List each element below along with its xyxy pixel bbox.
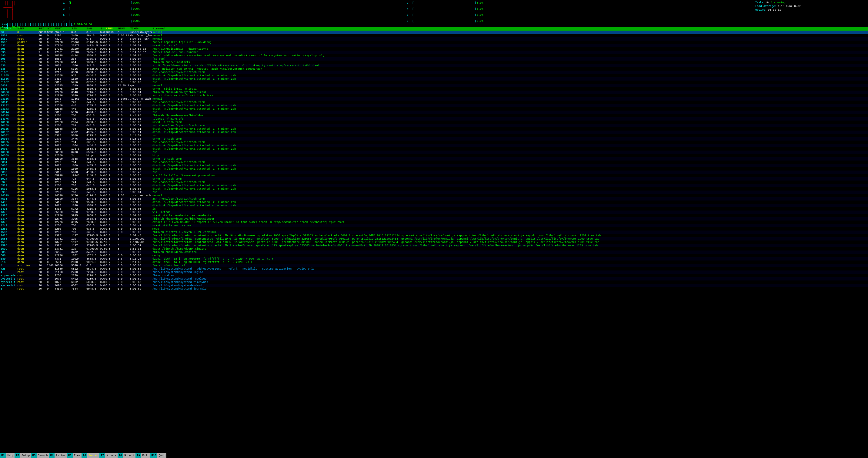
table-row[interactable]: 10169 deen 20 0 1200 764 648.5 0.0 0.0 0… <box>0 124 868 127</box>
table-row[interactable]: 595 deen 20 0 3855 264 1365.5 0.0 0.0 0.… <box>0 57 868 61</box>
table-row[interactable]: 6402 deen 20 0 12575 1349 4850.5 0.0 0.3… <box>0 84 868 87</box>
table-row[interactable]: 1376 deen 20 0 12776 3995 2668.5 0.0 0.0… <box>0 214 868 217</box>
table-row[interactable]: 10165 deen 20 0 12388 704 3285.5 0.0 0.0… <box>0 127 868 131</box>
table-row[interactable]: 515 deen 20 0 12780 664 1380.5 0.0 0.0 0… <box>0 61 868 64</box>
table-row[interactable]: 1599 deen 20 0 13731 1197 97200.5 0.4 0.… <box>0 247 868 251</box>
table-row[interactable]: 10065 deen 20 0 1200 704 636.5 0.0 0.0 0… <box>0 140 868 144</box>
table-row[interactable]: 23143 deen 20 0 12388 440 3285.5 0.0 0.0… <box>0 107 868 110</box>
table-row[interactable]: 10167 deen 20 0 1016 6832 4935.5 0.0 0.0… <box>0 131 868 134</box>
table-row[interactable]: 5530 deen 20 0 14436 6216 1008.5 0.0 0.0… <box>0 187 868 191</box>
table-row[interactable]: 1590 deen 20 0 13731 1197 97200.5 0.7 0.… <box>0 240 868 244</box>
col-shr[interactable]: SHR <box>87 27 101 30</box>
table-row[interactable]: 10066 deen 20 0 2416 1564 1444.5 0.0 0.0… <box>0 144 868 147</box>
table-row[interactable]: 1249 deen 20 0 1200 700 636.5 0.0 0.0 0.… <box>0 224 868 227</box>
table-row[interactable]: 14375 deen 20 0 1200 700 636.5 0.0 0.0 0… <box>0 114 868 117</box>
table-row[interactable]: 680 deen 20 0 4371 10924 3688.5 0.0 0.0 … <box>0 257 868 261</box>
table-row[interactable]: 10069 deen 20 0 12880 24 htop 0.0 0.0 0.… <box>0 154 868 157</box>
f8-nice-plus[interactable]: F8 Nice + <box>118 453 135 458</box>
table-row[interactable]: 1377 deen 20 0 12776 3995 2668.5 0.0 0.0… <box>0 217 868 221</box>
f10-quit[interactable]: F10 Quit <box>150 453 166 458</box>
table-row[interactable]: 5529 deen 20 0 1200 720 644.5 0.0 0.0 0.… <box>0 184 868 187</box>
col-cmd[interactable]: Command <box>153 27 867 30</box>
table-row[interactable]: 4 root 20 0 21108 2700 2228.5 0.0 0.0 0.… <box>0 270 868 274</box>
table-row[interactable]: 23142 deen 20 0 12388 440 3285.5 0.0 0.0… <box>0 104 868 107</box>
col-pri[interactable]: PRI <box>39 27 48 30</box>
f3-search[interactable]: F3 Search <box>31 453 49 458</box>
table-row[interactable]: 31631 deen 20 0 1210 3320 3888.5 0.0 0.0… <box>0 71 868 74</box>
table-row[interactable]: 4533 deen 20 0 12320 3344 3344.5 0.0 0.0… <box>0 197 868 200</box>
col-virt[interactable]: VIRT <box>55 27 72 30</box>
col-pid[interactable]: PID <box>1 27 18 30</box>
table-row[interactable]: 5 root 20 0 44324 7544 5048.5 0.0 0.0 0.… <box>0 287 868 291</box>
table-row[interactable]: 8882 deen 20 0 8316 5608 4100.5 0.0 0.0 … <box>0 170 868 174</box>
table-row[interactable]: 8884 deen 20 0 1200 764 644.5 0.0 0.0 0.… <box>0 161 868 164</box>
table-row[interactable]: systemd-t root 20 0 1070 6062 5008.5 0.0… <box>0 284 868 287</box>
table-row[interactable]: 14376 deen 20 0 1200 700 636.5 0.0 0.0 0… <box>0 117 868 121</box>
table-row[interactable]: 1598 deen 20 0 13731 1197 97200.5 0.4 0.… <box>0 244 868 247</box>
table-row[interactable]: 1494 deen 20 0 2416 1628 1508.5 0.0 0.0 … <box>0 204 868 207</box>
table-row[interactable]: 8881 deen 20 0 2416 1600 1485.5 0.0 0.0 … <box>0 167 868 170</box>
f1-help[interactable]: F1 Help <box>0 453 14 458</box>
table-row[interactable]: 595 deen 20 0 18828 4494 3560.5 0.0 0.0 … <box>0 54 868 57</box>
table-row[interactable]: 537 deen 20 0 77764 25272 14124.5 0.0 0.… <box>0 44 868 47</box>
table-row[interactable]: 6403 deen 20 0 12575 1349 4850.5 0.0 0.0… <box>0 87 868 91</box>
table-row[interactable]: 31637 deen 20 0 8316 5756 3792.5 0.0 0.0… <box>0 80 868 84</box>
f4-filter[interactable]: F4 Filter <box>49 453 67 458</box>
table-row[interactable]: 31635 deen 20 0 12388 915 6444.5 0.0 0.0… <box>0 74 868 77</box>
table-row[interactable]: 20 0 38568 8996 6540.3 0.0 0.0 0.0 10:50… <box>0 31 868 34</box>
table-row[interactable]: 14529 deen 20 0 14590 5176 6176.5 0.0 0.… <box>0 194 868 197</box>
table-row[interactable]: 686 deen 20 0 12776 1762 1752.5 0.0 0.0 … <box>0 254 868 257</box>
table-row[interactable]: 4 ainidina 20 2440 10686 5348.5 0.0 0.0 … <box>0 264 868 267</box>
table-row[interactable]: 1589 root 20 0 7329 6456 0.0 0.0 0.0 0.0… <box>0 37 868 41</box>
table-row[interactable]: 1375 deen 20 0 85000 7060 1768.5 0.0 0.0… <box>0 210 868 214</box>
table-row[interactable]: 23144 deen 20 0 8316 5176 4323.5 0.0 0.0… <box>0 110 868 114</box>
table-row[interactable]: systemd-t root 20 0 1070 6062 5008.5 0.0… <box>0 281 868 284</box>
process-list[interactable]: 20 0 38568 8996 6540.3 0.0 0.0 0.0 10:50… <box>0 31 868 449</box>
table-row[interactable]: 20083 deen 20 0 12776 3840 2716.5 0.0 0.… <box>0 91 868 94</box>
table-row[interactable]: expanded-r root 20 0 2200 2720 2220.5 0.… <box>0 274 868 277</box>
table-row[interactable]: 10064 deen 20 0 9370 3476 2188.5 0.0 0.0… <box>0 137 868 140</box>
table-row[interactable]: 23141 deen 20 0 1200 720 644.5 0.0 0.0 0… <box>0 101 868 104</box>
table-row[interactable]: 10032 deen 20 0 8316 5888 4215.5 0.0 0.0… <box>0 134 868 137</box>
col-res[interactable]: RES <box>72 27 87 30</box>
table-row[interactable]: 10068 deen 20 0 20500 8700 5536.5 0.0 0.… <box>0 151 868 154</box>
table-row[interactable]: 5924 deen 20 0 1200 724 644.5 0.0 0.0 0.… <box>0 177 868 181</box>
f9-kill[interactable]: F9 Kill <box>135 453 150 458</box>
table-row[interactable]: 5928 deen 20 0 1200 724 644.5 0.0 0.0 0.… <box>0 181 868 184</box>
table-row[interactable]: 538 deen 20 0 1.81 5316 34328.5 0.0 0.0 … <box>0 67 868 71</box>
col-time[interactable]: TIME+ <box>130 27 153 30</box>
table-row[interactable]: 538 deen 20 0 1804 1076 940.5 0.0 0.0 0.… <box>0 64 868 67</box>
table-row[interactable]: 31636 deen 20 0 2416 1520 1484.5 0.0 0.0… <box>0 77 868 80</box>
f7-nice-minus[interactable]: F7 Nice - <box>99 453 117 458</box>
table-row[interactable]: 10067 deen 20 0 2316 17576 1508.5 0.0 0.… <box>0 147 868 151</box>
table-row[interactable]: 9423 deen 20 0 13731 1197 97200.5 0.4 0.… <box>0 234 868 237</box>
table-row[interactable]: 23136 deen 20 0 1876 17360 8196.5 0.0 0.… <box>0 97 868 101</box>
table-row[interactable]: 1493 deen 20 0 2416 1628 1508.5 0.0 0.0 … <box>0 200 868 204</box>
table-row[interactable]: 9737 deen 20 0 85928 19948 3148.5 0.0 0.… <box>0 174 868 177</box>
col-mem[interactable]: MEM% <box>118 27 130 30</box>
table-row[interactable]: systemd-t root 20 0 1076 6492 5200.5 0.0… <box>0 277 868 281</box>
f2-setup[interactable]: F2 Setup <box>14 453 31 458</box>
table-row[interactable]: 1587 deen 20 0 1200 700 636.5 0.0 0.0 0.… <box>0 230 868 234</box>
col-user[interactable]: USER <box>18 27 39 30</box>
table-row[interactable]: 1378 deen 20 0 12776 3995 2668.5 0.0 0.0… <box>0 221 868 224</box>
col-s[interactable]: S <box>101 27 106 30</box>
table-row[interactable]: 595 deen 20 0 17981 21104 2695.5 0.0 0.1… <box>0 47 868 51</box>
table-row[interactable]: 1250 deen 20 0 1200 700 636.5 0.0 0.0 0.… <box>0 227 868 230</box>
table-row[interactable]: 1503 polkit 20 0 22228 23062 51160.5 0.0… <box>0 41 868 44</box>
table-row[interactable]: 1588 deen 20 0 13731 1197 97200.5 0.4 0.… <box>0 237 868 240</box>
table-row[interactable]: 1495 deen 20 0 8316 5172 4215.5 0.0 0.0 … <box>0 207 868 210</box>
table-row[interactable]: 685 deen 20 0 3655 3482 3482.5 0.0 0.0 5… <box>0 251 868 254</box>
table-row[interactable]: 8883 deen 20 0 12320 3688 3688.5 0.0 0.0… <box>0 157 868 161</box>
table-row[interactable]: 20083 deen 20 0 12776 3840 2716.5 0.0 0.… <box>0 94 868 97</box>
col-cpu[interactable]: CPU% <box>106 27 118 30</box>
table-row[interactable]: 516 deen 20 0 6531 2000 1031.5 0.0 0.7 0… <box>0 261 868 264</box>
table-row[interactable]: 5998 deen 20 0 2200 760 640.5 0.0 0.0 0.… <box>0 191 868 194</box>
f6-sortby[interactable]: F6 Sorted <box>82 453 99 458</box>
table-row[interactable]: 595 deen 9 0 17981 21104 2695.5 0.0 0.1 … <box>0 51 868 54</box>
f5-tree[interactable]: F5 Tree <box>67 453 82 458</box>
table-row[interactable]: 1557 root 20 0 4290 2400 96a.5 0.0 0.0 0… <box>0 34 868 37</box>
table-row[interactable]: 425 root 20 0 31880 6812 5524.5 0.0 0.0 … <box>0 267 868 270</box>
col-ni[interactable]: NI <box>48 27 55 30</box>
table-row[interactable]: 10168 deen 20 0 12320 2004 3000.5 0.0 0.… <box>0 121 868 124</box>
